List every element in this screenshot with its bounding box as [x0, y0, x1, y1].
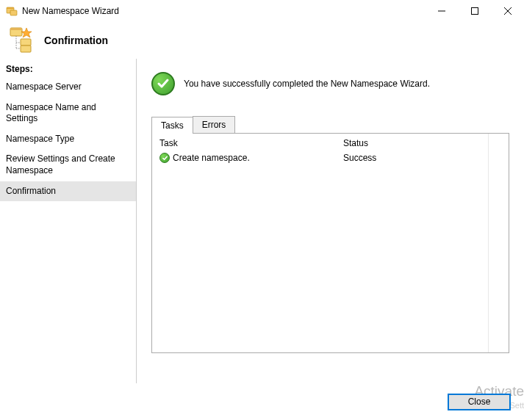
row-success-icon — [159, 153, 170, 163]
success-row: You have successfully completed the New … — [151, 72, 509, 95]
step-namespace-type[interactable]: Namespace Type — [0, 129, 136, 150]
minimize-button[interactable] — [425, 0, 458, 22]
maximize-button[interactable] — [458, 0, 491, 22]
column-divider — [488, 134, 489, 352]
step-namespace-server[interactable]: Namespace Server — [0, 77, 136, 98]
success-check-icon — [151, 72, 175, 95]
wizard-icon — [7, 26, 35, 54]
app-icon — [6, 5, 18, 17]
titlebar: New Namespace Wizard — [0, 0, 524, 22]
table-row: Create namespace. Success — [152, 151, 509, 164]
window-title: New Namespace Wizard — [22, 6, 425, 16]
svg-rect-1 — [7, 7, 14, 9]
svg-rect-14 — [21, 46, 31, 52]
step-namespace-name-settings[interactable]: Namespace Name and Settings — [0, 98, 136, 129]
tab-tasks[interactable]: Tasks — [151, 117, 193, 134]
tab-content: Task Status Create namespace. Success — [151, 133, 509, 353]
steps-sidebar: Steps: Namespace Server Namespace Name a… — [0, 59, 137, 383]
steps-heading: Steps: — [0, 59, 136, 77]
content-area: Steps: Namespace Server Namespace Name a… — [0, 59, 524, 383]
status-cell: Success — [343, 153, 501, 163]
tab-errors[interactable]: Errors — [193, 116, 236, 133]
close-button[interactable]: Close — [448, 394, 511, 410]
main-panel: You have successfully completed the New … — [137, 59, 524, 383]
task-cell: Create namespace. — [159, 153, 343, 163]
footer: Close — [0, 383, 524, 420]
close-window-button[interactable] — [491, 0, 524, 22]
tab-row: Tasks Errors — [151, 116, 509, 133]
svg-rect-4 — [471, 8, 478, 15]
step-confirmation[interactable]: Confirmation — [0, 181, 136, 202]
svg-rect-2 — [10, 10, 17, 15]
column-header-status: Status — [343, 138, 501, 148]
success-message: You have successfully completed the New … — [184, 79, 430, 89]
tabs-container: Tasks Errors Task Status Create namespac… — [151, 116, 509, 353]
table-header: Task Status — [152, 134, 509, 151]
column-header-task: Task — [159, 138, 343, 148]
task-name: Create namespace. — [173, 153, 250, 163]
wizard-header: Confirmation — [0, 22, 524, 59]
svg-rect-8 — [10, 28, 22, 30]
page-title: Confirmation — [44, 35, 108, 46]
svg-rect-13 — [21, 39, 31, 46]
step-review-create[interactable]: Review Settings and Create Namespace — [0, 149, 136, 181]
window-controls — [425, 0, 524, 22]
